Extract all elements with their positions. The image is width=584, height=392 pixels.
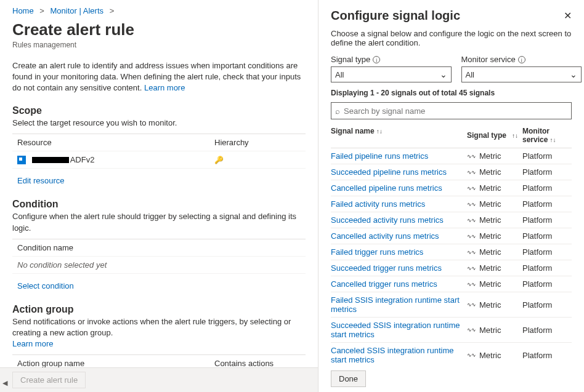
col-signal-name[interactable]: Signal name↑↓	[331, 127, 467, 144]
breadcrumb: Home > Monitor | Alerts >	[12, 5, 306, 19]
col-signal-type[interactable]: Signal type↑↓	[467, 127, 522, 144]
metric-icon: ∿∿	[467, 153, 476, 159]
signal-type-label: Signal typei	[331, 55, 452, 64]
signal-monitor: Platform	[522, 279, 572, 289]
signal-monitor: Platform	[522, 167, 572, 177]
intro-text: Create an alert rule to identify and add…	[12, 60, 306, 94]
metric-icon: ∿∿	[467, 233, 476, 239]
signal-type: Metric	[479, 326, 501, 335]
condition-section: Condition Configure when the alert rule …	[12, 199, 306, 290]
signal-row[interactable]: Canceled SSIS integration runtime start …	[331, 343, 572, 366]
signal-link[interactable]: Succeeded trigger runs metrics	[331, 263, 442, 273]
resource-name: ADFv2	[70, 155, 95, 164]
action-learn-more-link[interactable]: Learn more	[12, 339, 53, 348]
create-alert-rule-button[interactable]: Create alert rule	[12, 372, 86, 388]
signal-type: Metric	[479, 167, 501, 177]
condition-heading: Condition	[12, 199, 306, 210]
sort-icon: ↑↓	[512, 132, 518, 139]
scope-desc: Select the target resource you wish to m…	[12, 118, 306, 129]
signal-row[interactable]: Failed trigger runs metrics∿∿MetricPlatf…	[331, 244, 572, 260]
footer-bar: Create alert rule	[0, 367, 318, 392]
signal-link[interactable]: Cancelled trigger runs metrics	[331, 279, 437, 289]
signal-type: Metric	[479, 231, 501, 241]
edit-resource-link[interactable]: Edit resource	[17, 176, 65, 185]
info-icon[interactable]: i	[373, 56, 380, 63]
signal-type: Metric	[479, 247, 501, 257]
metric-icon: ∿∿	[467, 185, 476, 191]
signal-type: Metric	[479, 199, 501, 209]
signal-row[interactable]: Failed activity runs metrics∿∿MetricPlat…	[331, 196, 572, 212]
signal-row[interactable]: Succeeded pipeline runs metrics∿∿MetricP…	[331, 164, 572, 180]
signal-link[interactable]: Succeeded SSIS integration runtime start…	[331, 321, 460, 339]
signal-link[interactable]: Failed SSIS integration runtime start me…	[331, 295, 460, 314]
panel-title: Configure signal logic	[331, 9, 460, 23]
page-subtitle: Rules management	[12, 41, 306, 49]
chevron-right-icon: >	[36, 6, 48, 15]
signal-link[interactable]: Cancelled activity runs metrics	[331, 231, 439, 241]
signal-link[interactable]: Cancelled pipeline runs metrics	[331, 183, 442, 193]
action-col-name: Action group name	[17, 359, 214, 368]
signal-monitor: Platform	[522, 199, 572, 209]
datafactory-icon	[17, 156, 26, 164]
signal-type: Metric	[479, 263, 501, 273]
learn-more-link[interactable]: Learn more	[144, 83, 185, 92]
signal-row[interactable]: Succeeded activity runs metrics∿∿MetricP…	[331, 212, 572, 228]
signal-monitor: Platform	[522, 263, 572, 273]
signal-link[interactable]: Failed activity runs metrics	[331, 199, 425, 209]
signal-monitor: Platform	[522, 215, 572, 225]
info-icon[interactable]: i	[518, 56, 525, 63]
signal-link[interactable]: Succeeded activity runs metrics	[331, 215, 444, 225]
signal-row[interactable]: Succeeded trigger runs metrics∿∿MetricPl…	[331, 260, 572, 276]
signal-row[interactable]: Cancelled activity runs metrics∿∿MetricP…	[331, 228, 572, 244]
action-desc: Send notifications or invoke actions whe…	[12, 316, 306, 350]
action-heading: Action group	[12, 304, 306, 315]
metric-icon: ∿∿	[467, 352, 476, 358]
breadcrumb-monitor-alerts[interactable]: Monitor | Alerts	[51, 6, 103, 15]
metric-icon: ∿∿	[467, 201, 476, 207]
signal-monitor: Platform	[522, 300, 572, 310]
signal-search[interactable]: ⌕	[331, 102, 572, 119]
signal-row[interactable]: Failed pipeline runs metrics∿∿MetricPlat…	[331, 148, 572, 164]
signal-type: Metric	[479, 151, 501, 161]
signal-monitor: Platform	[522, 231, 572, 241]
signal-row[interactable]: Failed SSIS integration runtime start me…	[331, 292, 572, 318]
signal-monitor: Platform	[522, 183, 572, 193]
scope-col-hierarchy: Hierarchy	[214, 138, 301, 147]
signal-monitor: Platform	[522, 326, 572, 335]
scope-section: Scope Select the target resource you wis…	[12, 105, 306, 186]
metric-icon: ∿∿	[467, 265, 476, 271]
done-button[interactable]: Done	[331, 370, 366, 387]
select-condition-link[interactable]: Select condition	[17, 281, 74, 290]
signal-link[interactable]: Succeeded pipeline runs metrics	[331, 167, 447, 177]
signal-monitor: Platform	[522, 151, 572, 161]
condition-desc: Configure when the alert rule should tri…	[12, 211, 306, 233]
monitor-service-select[interactable]: All	[461, 66, 582, 82]
redacted-text	[32, 157, 69, 163]
scope-col-resource: Resource	[17, 138, 214, 147]
scope-resource-row[interactable]: ADFv2 🔑	[12, 151, 306, 169]
signal-link[interactable]: Failed trigger runs metrics	[331, 247, 423, 257]
panel-desc: Choose a signal below and configure the …	[331, 29, 582, 47]
close-icon[interactable]: ✕	[564, 10, 572, 22]
breadcrumb-home[interactable]: Home	[12, 6, 34, 15]
signal-type: Metric	[479, 183, 501, 193]
signal-type-select[interactable]: All	[331, 66, 452, 82]
chevron-right-icon: >	[106, 6, 118, 15]
signal-link[interactable]: Failed pipeline runs metrics	[331, 151, 428, 161]
signal-search-input[interactable]	[344, 106, 567, 116]
signal-type: Metric	[479, 351, 501, 360]
metric-icon: ∿∿	[467, 169, 476, 175]
signal-monitor: Platform	[522, 247, 572, 257]
monitor-service-label: Monitor servicei	[461, 55, 582, 64]
condition-col-name: Condition name	[17, 243, 301, 252]
scope-heading: Scope	[12, 105, 306, 116]
condition-empty: No condition selected yet	[17, 260, 301, 270]
signal-row[interactable]: Cancelled pipeline runs metrics∿∿MetricP…	[331, 180, 572, 196]
signal-link[interactable]: Canceled SSIS integration runtime start …	[331, 346, 453, 364]
sort-icon: ↑↓	[376, 128, 383, 135]
expand-caret-icon[interactable]: ◀	[2, 379, 7, 387]
col-monitor-service[interactable]: Monitor service↑↓	[522, 127, 572, 144]
signal-row[interactable]: Cancelled trigger runs metrics∿∿MetricPl…	[331, 276, 572, 292]
signal-type: Metric	[479, 215, 501, 225]
signal-row[interactable]: Succeeded SSIS integration runtime start…	[331, 318, 572, 343]
